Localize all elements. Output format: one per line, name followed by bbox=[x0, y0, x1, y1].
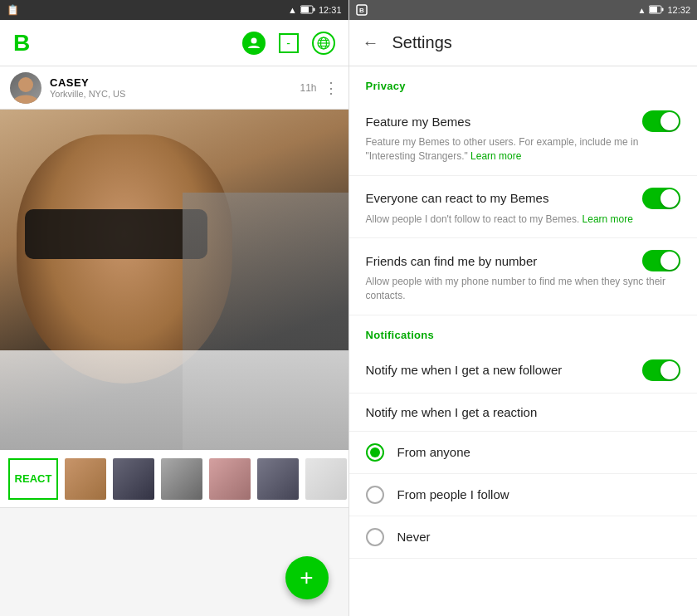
svg-point-3 bbox=[251, 37, 256, 43]
radio-never[interactable]: Never bbox=[349, 516, 698, 559]
find-by-number-desc: Allow people with my phone number to fin… bbox=[366, 275, 681, 303]
radio-circle-never bbox=[366, 528, 384, 546]
sunglasses bbox=[25, 209, 207, 259]
reaction-thumb-5[interactable] bbox=[257, 458, 299, 500]
find-by-number-label: Friends can find me by number bbox=[366, 254, 538, 268]
right-battery-icon bbox=[649, 5, 664, 16]
radio-circle-from-anyone bbox=[366, 443, 384, 462]
svg-rect-2 bbox=[301, 7, 309, 12]
app-logo: B bbox=[13, 30, 30, 56]
radio-from-anyone[interactable]: From anyone bbox=[349, 432, 698, 474]
compose-icon[interactable]: - bbox=[279, 33, 299, 53]
feature-bemes-desc: Feature my Bemes to other users. For exa… bbox=[366, 135, 681, 164]
notifications-section-label: Notifications bbox=[349, 315, 698, 348]
battery-icon bbox=[300, 5, 315, 16]
post-time: 11h bbox=[300, 82, 316, 94]
setting-get-reaction: Notify me when I get a reaction bbox=[349, 394, 698, 432]
radio-circle-from-following bbox=[366, 486, 384, 504]
right-panel: B ▲ 12:32 ← Settings Privacy Feature bbox=[349, 0, 698, 616]
post-media bbox=[0, 110, 348, 450]
status-bar-right: ▲ 12:31 bbox=[288, 5, 341, 16]
right-status-left: B bbox=[356, 4, 368, 16]
setting-find-by-number: Friends can find me by number Allow peop… bbox=[349, 238, 698, 315]
right-time: 12:32 bbox=[667, 5, 690, 15]
left-panel: 📋 ▲ 12:31 B - bbox=[0, 0, 348, 616]
setting-row-2: Everyone can react to my Bemes bbox=[366, 188, 681, 209]
setting-feature-bemes: Feature my Bemes Feature my Bemes to oth… bbox=[349, 99, 698, 176]
react-row: REACT bbox=[0, 450, 348, 508]
profile-icon[interactable] bbox=[242, 32, 266, 55]
setting-row-4: Notify me when I get a new follower bbox=[366, 359, 681, 381]
settings-body: Privacy Feature my Bemes Feature my Beme… bbox=[349, 66, 698, 616]
post-more-button[interactable]: ⋮ bbox=[324, 79, 339, 97]
post-avatar bbox=[10, 72, 41, 104]
svg-rect-14 bbox=[650, 7, 657, 12]
post-location: Yorkville, NYC, US bbox=[50, 89, 291, 99]
everyone-react-learn-more[interactable]: Learn more bbox=[582, 213, 633, 225]
svg-rect-1 bbox=[313, 7, 314, 11]
privacy-section-label: Privacy bbox=[349, 66, 698, 99]
everyone-react-toggle[interactable] bbox=[642, 188, 680, 209]
feature-bemes-learn-more[interactable]: Learn more bbox=[470, 150, 521, 162]
reaction-thumb-3[interactable] bbox=[161, 458, 202, 500]
reaction-thumb-6[interactable] bbox=[305, 458, 347, 500]
find-by-number-toggle[interactable] bbox=[642, 250, 680, 271]
radio-label-from-anyone: From anyone bbox=[397, 445, 470, 459]
setting-row-3: Friends can find me by number bbox=[366, 250, 681, 271]
post-meta: 11h ⋮ bbox=[300, 79, 338, 97]
feature-bemes-label: Feature my Bemes bbox=[366, 115, 471, 129]
radio-from-following[interactable]: From people I follow bbox=[349, 474, 698, 516]
everyone-react-label: Everyone can react to my Bemes bbox=[366, 191, 549, 205]
reaction-thumb-1[interactable] bbox=[65, 458, 106, 500]
setting-everyone-react: Everyone can react to my Bemes Allow peo… bbox=[349, 176, 698, 239]
radio-label-never: Never bbox=[397, 530, 431, 544]
post-info: CASEY Yorkville, NYC, US bbox=[50, 76, 291, 99]
settings-title: Settings bbox=[392, 33, 452, 52]
fab-button[interactable]: + bbox=[285, 556, 329, 599]
post-header: CASEY Yorkville, NYC, US 11h ⋮ bbox=[0, 66, 348, 110]
setting-row: Feature my Bemes bbox=[366, 110, 681, 132]
new-follower-label: Notify me when I get a new follower bbox=[366, 363, 563, 377]
right-status-bar: B ▲ 12:32 bbox=[349, 0, 698, 20]
setting-row-5: Notify me when I get a reaction bbox=[366, 405, 681, 419]
reaction-thumb-4[interactable] bbox=[209, 458, 251, 500]
get-reaction-label: Notify me when I get a reaction bbox=[366, 405, 538, 419]
shirt-area bbox=[0, 350, 348, 450]
radio-label-from-following: From people I follow bbox=[397, 487, 509, 501]
right-signal-icon: ▲ bbox=[638, 6, 646, 15]
post-username: CASEY bbox=[50, 76, 291, 89]
feature-bemes-toggle[interactable] bbox=[642, 110, 680, 132]
signal-icon: ▲ bbox=[288, 5, 297, 15]
globe-icon[interactable] bbox=[312, 32, 335, 55]
setting-new-follower: Notify me when I get a new follower bbox=[349, 348, 698, 394]
new-follower-toggle[interactable] bbox=[642, 359, 680, 381]
react-button[interactable]: REACT bbox=[8, 458, 58, 500]
avatar-image bbox=[10, 72, 41, 104]
header-icons: - bbox=[242, 32, 335, 55]
svg-rect-13 bbox=[662, 7, 664, 11]
notification-icon: 📋 bbox=[7, 4, 19, 16]
back-button[interactable]: ← bbox=[363, 33, 379, 52]
left-status-bar: 📋 ▲ 12:31 bbox=[0, 0, 348, 20]
everyone-react-desc: Allow people I don't follow to react to … bbox=[366, 213, 681, 227]
settings-header: ← Settings bbox=[349, 20, 698, 66]
left-time: 12:31 bbox=[319, 5, 342, 15]
status-bar-left: 📋 bbox=[7, 4, 19, 16]
svg-point-9 bbox=[18, 77, 33, 92]
reaction-thumb-2[interactable] bbox=[113, 458, 154, 500]
fab-area: + bbox=[0, 508, 348, 616]
svg-text:B: B bbox=[359, 7, 364, 14]
right-status-right: ▲ 12:32 bbox=[638, 5, 690, 16]
app-header: B - bbox=[0, 20, 348, 66]
